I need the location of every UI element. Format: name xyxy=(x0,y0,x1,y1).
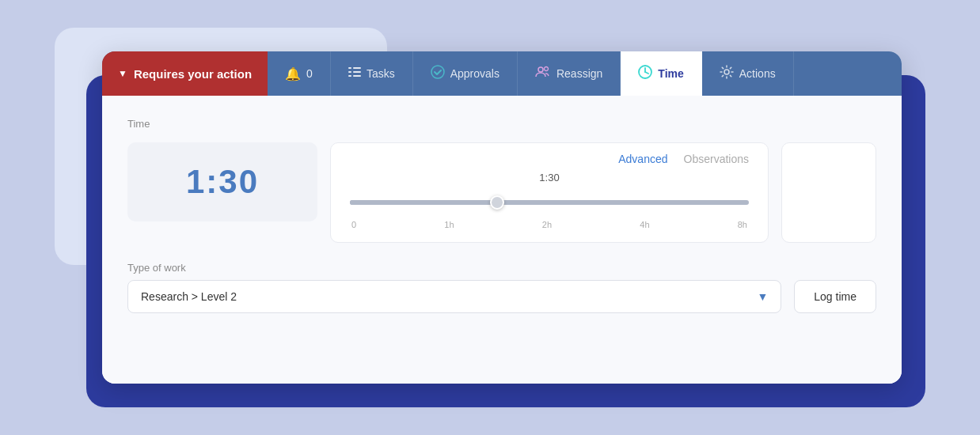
tick-4h: 4h xyxy=(640,220,649,229)
type-of-work-select-wrapper: Research > Level 2 ▼ xyxy=(127,280,781,313)
content-area: Time 1:30 Advanced Observations 1:30 xyxy=(102,96,902,384)
tab-actions-label: Actions xyxy=(739,67,776,80)
tick-1h: 1h xyxy=(444,220,454,229)
approvals-icon xyxy=(431,65,445,82)
time-row: 1:30 Advanced Observations 1:30 xyxy=(127,142,876,243)
tab-notifications[interactable]: 🔔 0 xyxy=(268,51,331,96)
slider-current-value: 1:30 xyxy=(350,172,749,183)
time-value: 1:30 xyxy=(186,163,259,201)
advanced-link[interactable]: Advanced xyxy=(618,153,667,165)
svg-line-11 xyxy=(645,72,648,74)
svg-point-8 xyxy=(544,67,548,71)
bottom-row: Research > Level 2 ▼ Log time xyxy=(127,280,876,313)
tab-reassign[interactable]: Reassign xyxy=(518,51,621,96)
navbar: ▼ Requires your action 🔔 0 xyxy=(102,51,902,96)
actions-icon xyxy=(720,65,734,82)
svg-point-12 xyxy=(724,70,729,74)
slider-fill xyxy=(350,200,497,205)
svg-rect-3 xyxy=(353,71,361,73)
slider-header: Advanced Observations xyxy=(350,153,749,165)
time-section-title: Time xyxy=(127,118,876,130)
slider-ticks: 0 1h 2h 4h 8h xyxy=(350,220,749,229)
tick-8h: 8h xyxy=(738,220,747,229)
tick-2h: 2h xyxy=(542,220,552,229)
svg-point-6 xyxy=(431,66,444,78)
log-time-button[interactable]: Log time xyxy=(794,280,876,313)
requires-action-label: Requires your action xyxy=(134,67,252,81)
type-of-work-section: Type of work Research > Level 2 ▼ Log ti… xyxy=(127,262,876,313)
svg-rect-1 xyxy=(353,67,361,69)
bell-icon: 🔔 xyxy=(285,66,301,81)
slider-track-wrapper[interactable] xyxy=(350,188,749,217)
type-of-work-dropdown[interactable]: Research > Level 2 ▼ xyxy=(127,280,781,313)
svg-rect-2 xyxy=(348,71,351,73)
tab-time-label: Time xyxy=(658,67,683,80)
tab-approvals-label: Approvals xyxy=(450,67,499,80)
notification-count: 0 xyxy=(306,67,313,80)
slider-track xyxy=(350,200,749,205)
svg-rect-5 xyxy=(353,75,361,77)
slider-thumb[interactable] xyxy=(490,195,504,210)
tab-approvals[interactable]: Approvals xyxy=(413,51,518,96)
type-of-work-selected-value: Research > Level 2 xyxy=(141,290,237,303)
tab-reassign-label: Reassign xyxy=(556,67,602,80)
tasks-icon xyxy=(348,66,361,81)
chevron-icon: ▼ xyxy=(118,68,127,79)
svg-point-7 xyxy=(538,67,543,72)
tab-tasks[interactable]: Tasks xyxy=(331,51,413,96)
time-icon xyxy=(638,65,652,82)
requires-action-banner[interactable]: ▼ Requires your action xyxy=(102,51,268,96)
time-display-box: 1:30 xyxy=(127,142,317,221)
observations-link[interactable]: Observations xyxy=(684,153,749,165)
type-of-work-label: Type of work xyxy=(127,262,876,274)
main-card: ▼ Requires your action 🔔 0 xyxy=(102,51,902,384)
time-slider-container: Advanced Observations 1:30 0 1h 2h xyxy=(330,142,769,243)
tick-0: 0 xyxy=(351,220,356,229)
tab-tasks-label: Tasks xyxy=(367,67,395,80)
svg-rect-0 xyxy=(348,67,351,69)
dropdown-chevron-icon: ▼ xyxy=(757,290,768,303)
observations-box xyxy=(781,142,876,243)
svg-rect-4 xyxy=(348,75,351,77)
reassign-icon xyxy=(535,66,551,81)
tab-time[interactable]: Time xyxy=(621,51,701,96)
nav-tabs-container: 🔔 0 Tasks xyxy=(268,51,902,96)
tab-actions[interactable]: Actions xyxy=(702,51,794,96)
